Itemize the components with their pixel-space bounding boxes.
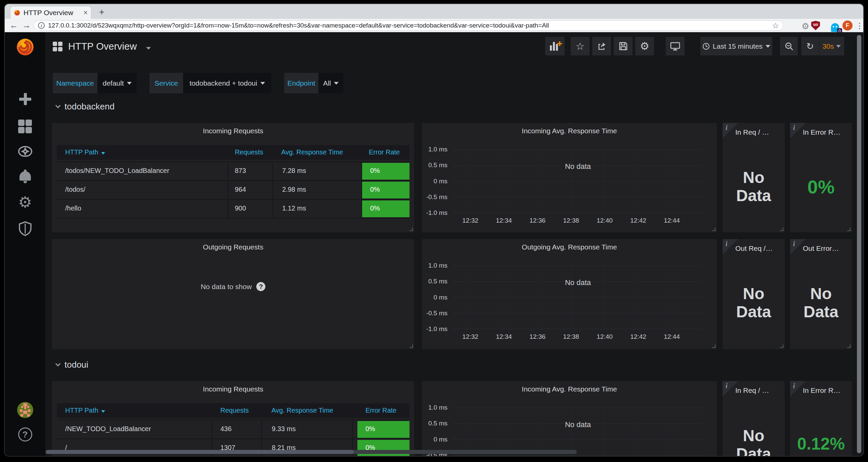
sidebar-alerting-icon[interactable] bbox=[5, 171, 45, 180]
new-tab-button[interactable]: + bbox=[96, 7, 107, 18]
forward-icon[interactable]: → bbox=[20, 21, 33, 30]
chart-plot-area[interactable]: No data bbox=[452, 266, 704, 329]
refresh-button[interactable]: ↻ bbox=[801, 37, 819, 56]
dashboard-grid-icon[interactable] bbox=[53, 42, 63, 52]
dashboard-settings-button[interactable]: ⚙ bbox=[635, 37, 654, 56]
ublock-extension-icon[interactable]: uo bbox=[811, 21, 820, 30]
panel-in-error-todoui[interactable]: i In Error R… 0.12% bbox=[790, 381, 852, 456]
grafana-favicon bbox=[14, 9, 21, 16]
panel-incoming-requests-todoui[interactable]: Incoming Requests HTTP Path Requests Avg… bbox=[52, 381, 414, 456]
question-mark-icon[interactable]: ? bbox=[256, 282, 266, 291]
panel-title[interactable]: Out Error… bbox=[803, 244, 839, 253]
vertical-scrollbar-thumb[interactable] bbox=[857, 35, 861, 453]
mark-favorite-button[interactable]: ☆ bbox=[571, 37, 590, 56]
help-icon[interactable]: ? bbox=[5, 427, 45, 441]
stat-value: 0% bbox=[790, 176, 852, 198]
grafana-logo[interactable] bbox=[5, 37, 45, 57]
chart-plot-area[interactable]: No data bbox=[452, 407, 704, 456]
col-avg-response-time[interactable]: Avg. Response Time bbox=[271, 406, 333, 414]
dashboard-title[interactable]: HTTP Overview bbox=[68, 41, 137, 52]
save-dashboard-button[interactable] bbox=[614, 37, 632, 56]
table-row: /todos/NEW_TODO_LoadBalancer 873 7.28 ms… bbox=[57, 162, 409, 180]
time-range-caret-icon bbox=[766, 45, 770, 48]
y-tick: 0 ms bbox=[422, 294, 447, 301]
page-info-icon[interactable]: i bbox=[38, 22, 45, 29]
url-text[interactable]: 127.0.0.1:3002/d/523wqxqmz/http-overview… bbox=[48, 22, 769, 29]
cell-requests: 964 bbox=[235, 186, 246, 193]
panel-outgoing-requests-todobackend[interactable]: Outgoing Requests No data to show ? bbox=[52, 239, 414, 349]
panel-title[interactable]: In Req / … bbox=[735, 387, 769, 395]
panel-title[interactable]: Incoming Avg. Response Time bbox=[422, 385, 717, 393]
filter-endpoint-label: Endpoint bbox=[284, 73, 318, 93]
table-row: /todos/ 964 2.98 ms 0% bbox=[57, 180, 409, 199]
col-http-path[interactable]: HTTP Path bbox=[65, 406, 105, 414]
cycle-view-mode-button[interactable] bbox=[666, 37, 685, 56]
panel-title[interactable]: In Req / … bbox=[735, 128, 769, 136]
grafana-app: ⚙ ? HTTP Overview ☆ bbox=[5, 32, 863, 456]
sidebar-configuration-icon[interactable]: ⚙ bbox=[5, 194, 45, 210]
col-error-rate[interactable]: Error Rate bbox=[366, 406, 396, 414]
cell-avg: 1.12 ms bbox=[282, 204, 306, 212]
back-icon[interactable]: ← bbox=[7, 21, 20, 30]
panel-out-req-todobackend[interactable]: i Out Req /… No Data bbox=[722, 239, 785, 349]
info-icon: i bbox=[725, 124, 727, 132]
y-tick: 0 ms bbox=[422, 436, 447, 443]
panel-out-error-todobackend[interactable]: i Out Error… No Data bbox=[790, 239, 852, 349]
tab-title: HTTP Overview bbox=[24, 9, 80, 17]
panel-title[interactable]: Outgoing Requests bbox=[52, 243, 414, 251]
panel-title[interactable]: Incoming Requests bbox=[52, 385, 414, 393]
share-dashboard-button[interactable] bbox=[592, 37, 611, 56]
filter-service-value[interactable]: todobackend + todoui bbox=[183, 73, 271, 93]
cell-path: /NEW_TODO_LoadBalancer bbox=[65, 425, 151, 433]
section-todoui[interactable]: todoui bbox=[56, 360, 88, 370]
panel-incoming-avg-response-todobackend[interactable]: Incoming Avg. Response Time 1.0 ms 0.5 m… bbox=[422, 123, 717, 232]
filter-endpoint-value[interactable]: All bbox=[318, 73, 343, 93]
sidebar-create-icon[interactable] bbox=[5, 93, 45, 105]
panel-in-req-todoui[interactable]: i In Req / … No Data bbox=[722, 381, 785, 456]
x-tick: 12:32 bbox=[459, 333, 482, 340]
time-range-picker[interactable]: Last 15 minutes bbox=[701, 37, 772, 56]
profile-avatar[interactable]: F bbox=[842, 21, 852, 31]
panel-incoming-requests-todobackend[interactable]: Incoming Requests HTTP Path Requests Avg… bbox=[52, 123, 414, 232]
sidebar-server-admin-icon[interactable] bbox=[5, 221, 45, 236]
panel-title[interactable]: In Error R… bbox=[803, 128, 840, 136]
panel-title[interactable]: Out Req /… bbox=[735, 244, 773, 253]
title-caret-icon[interactable] bbox=[146, 47, 151, 50]
browser-tab[interactable]: HTTP Overview × bbox=[10, 6, 91, 19]
refresh-interval-button[interactable]: 30s bbox=[819, 37, 844, 56]
ghostery-extension-icon[interactable]: 0 bbox=[831, 23, 839, 32]
col-error-rate[interactable]: Error Rate bbox=[369, 148, 400, 156]
bookmark-star-icon[interactable]: ☆ bbox=[772, 21, 779, 30]
user-avatar[interactable] bbox=[5, 402, 45, 418]
add-panel-button[interactable] bbox=[545, 37, 565, 56]
extension-gear-icon[interactable]: ⚙ bbox=[802, 22, 809, 31]
horizontal-scrollbar-thumb[interactable] bbox=[46, 450, 354, 454]
panel-title[interactable]: Outgoing Avg. Response Time bbox=[422, 243, 717, 251]
horizontal-scrollbar[interactable] bbox=[45, 450, 577, 454]
panel-in-error-todobackend[interactable]: i In Error R… 0% bbox=[790, 123, 852, 232]
panel-title[interactable]: Incoming Requests bbox=[52, 127, 414, 135]
panel-incoming-avg-response-todoui[interactable]: Incoming Avg. Response Time 1.0 ms 0.5 m… bbox=[422, 381, 717, 456]
sidebar-dashboards-icon[interactable] bbox=[5, 120, 45, 133]
col-requests[interactable]: Requests bbox=[235, 148, 264, 156]
chart-plot-area[interactable]: No data bbox=[452, 150, 704, 213]
browser-menu-icon[interactable]: ⋮ bbox=[856, 21, 863, 31]
filter-namespace-label: Namespace bbox=[53, 73, 97, 93]
url-bar[interactable]: i 127.0.0.1:3002/d/523wqxqmz/http-overvi… bbox=[34, 21, 783, 31]
col-requests[interactable]: Requests bbox=[220, 406, 249, 414]
section-todobackend[interactable]: todobackend bbox=[56, 101, 115, 112]
panel-in-req-todobackend[interactable]: i In Req / … No Data bbox=[722, 123, 785, 232]
tab-close-icon[interactable]: × bbox=[83, 9, 88, 16]
zoom-out-button[interactable] bbox=[780, 37, 798, 56]
panel-outgoing-avg-response-todobackend[interactable]: Outgoing Avg. Response Time 1.0 ms 0.5 m… bbox=[422, 239, 717, 349]
panel-title[interactable]: Incoming Avg. Response Time bbox=[422, 127, 717, 135]
x-tick: 12:40 bbox=[593, 217, 616, 224]
filter-namespace-value[interactable]: default bbox=[97, 73, 137, 93]
stat-value: No Data bbox=[790, 285, 852, 321]
panel-title[interactable]: In Error R… bbox=[803, 387, 840, 395]
y-tick: 0.5 ms bbox=[422, 278, 447, 285]
col-http-path[interactable]: HTTP Path bbox=[65, 148, 105, 156]
sidebar-explore-icon[interactable] bbox=[5, 144, 45, 159]
col-avg-response-time[interactable]: Avg. Response Time bbox=[281, 148, 343, 156]
y-tick: -1.0 ms bbox=[422, 325, 447, 333]
